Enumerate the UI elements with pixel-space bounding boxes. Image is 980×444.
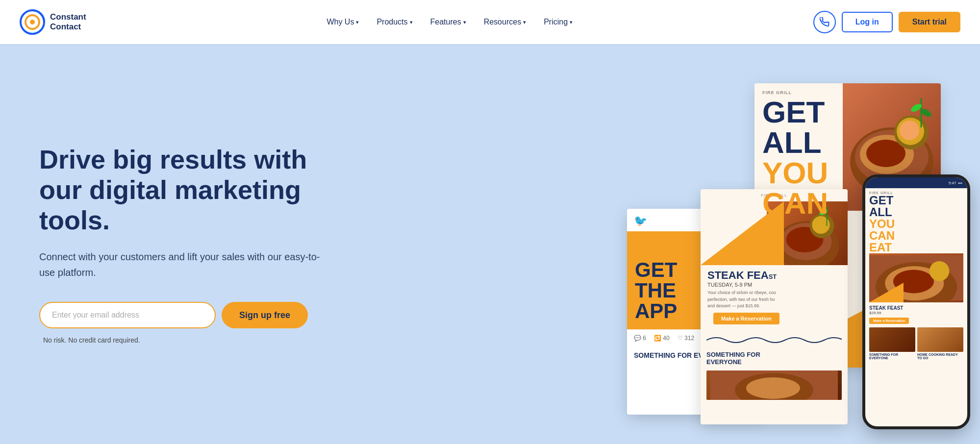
logo-icon xyxy=(20,9,45,35)
chevron-down-icon: ▾ xyxy=(570,19,573,25)
email-input[interactable] xyxy=(39,302,216,328)
svg-point-34 xyxy=(930,261,950,281)
phone-button[interactable] xyxy=(813,11,836,33)
signup-button[interactable]: Sign up free xyxy=(222,302,308,328)
social-get-text: GETTHEAPP xyxy=(635,260,677,321)
nav-item-resources[interactable]: Resources ▾ xyxy=(477,14,533,30)
login-button[interactable]: Log in xyxy=(842,12,893,32)
chevron-down-icon: ▾ xyxy=(463,19,466,25)
hero-section: Drive big results with our digital marke… xyxy=(0,44,980,444)
something-label: SOMETHING FOREVERYONE xyxy=(701,349,848,368)
svg-point-28 xyxy=(746,377,800,399)
svg-point-2 xyxy=(30,20,35,25)
nav-item-why-us[interactable]: Why Us ▾ xyxy=(320,14,366,30)
hero-form: Sign up free xyxy=(39,302,324,328)
chevron-down-icon: ▾ xyxy=(410,19,413,25)
logo-text: Constant Contact xyxy=(50,12,86,32)
phone-food-image xyxy=(869,253,963,302)
hero-content: Drive big results with our digital marke… xyxy=(39,144,324,344)
hero-images: FIRE GRILL GETALLYOUCAN 🐦 GETTHEAPP xyxy=(578,44,980,444)
hero-subheading: Connect with your customers and lift you… xyxy=(39,249,324,280)
twitter-icon: 🐦 xyxy=(634,215,647,227)
fire-grill-label: FIRE GRILL xyxy=(762,90,933,95)
reserve-btn: Make a Reservation xyxy=(713,313,779,324)
nav-item-pricing[interactable]: Pricing ▾ xyxy=(537,14,579,30)
mock-get-all: GETALLYOUCAN xyxy=(762,97,933,219)
nav-item-products[interactable]: Products ▾ xyxy=(370,14,419,30)
logo-link[interactable]: Constant Contact xyxy=(20,9,86,35)
start-trial-button[interactable]: Start trial xyxy=(899,12,960,32)
navbar: Constant Contact Why Us ▾ Products ▾ Fea… xyxy=(0,0,980,44)
nav-links: Why Us ▾ Products ▾ Features ▾ Resources… xyxy=(320,14,579,30)
chevron-down-icon: ▾ xyxy=(356,19,359,25)
nav-item-features[interactable]: Features ▾ xyxy=(424,14,473,30)
phone-icon xyxy=(820,17,829,27)
navbar-actions: Log in Start trial xyxy=(813,11,960,33)
email-steak-title: STEAK FEAST TUESDAY, 5-9 PM Your choice … xyxy=(701,265,848,333)
bottom-food-svg xyxy=(706,370,842,400)
chevron-down-icon: ▾ xyxy=(523,19,526,25)
phone-reserve-btn: Make a Reservation xyxy=(869,318,909,324)
hero-heading: Drive big results with our digital marke… xyxy=(39,144,324,235)
phone-grid: SOMETHING FOR EVERYONE HOME COOKING READ… xyxy=(869,327,963,360)
phone-grid-item-1 xyxy=(869,327,915,352)
email-bottom-food xyxy=(706,370,842,400)
phone-grid-item-2 xyxy=(917,327,963,352)
wavy-divider xyxy=(706,335,842,345)
hero-disclaimer: No risk. No credit card required. xyxy=(43,336,324,344)
